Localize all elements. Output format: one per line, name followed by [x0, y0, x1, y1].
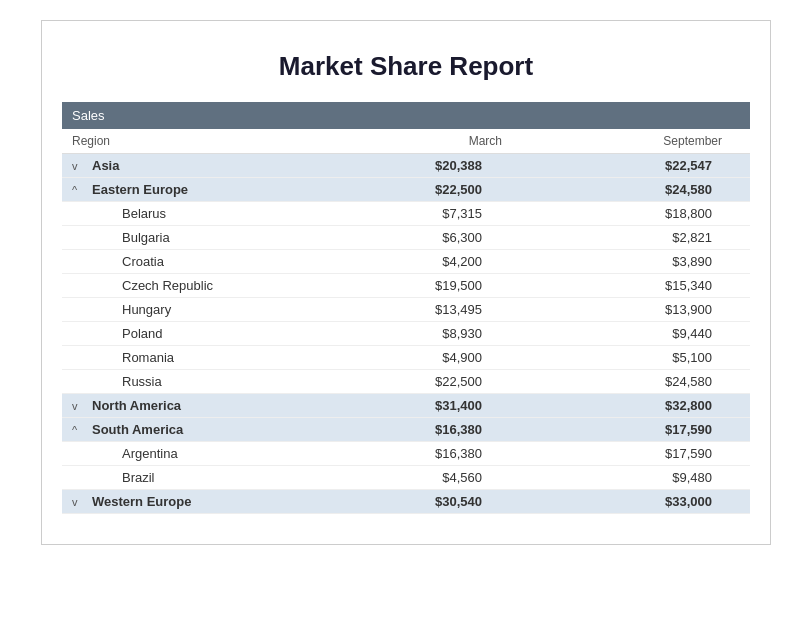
- table-row[interactable]: ^ Eastern Europe $22,500 $24,580: [62, 178, 750, 202]
- table-row: Hungary $13,495 $13,900: [62, 298, 750, 322]
- region-cell: Argentina: [92, 446, 312, 461]
- september-cell: $2,821: [522, 230, 722, 245]
- september-cell: $5,100: [522, 350, 722, 365]
- table-row: Poland $8,930 $9,440: [62, 322, 750, 346]
- september-cell: $17,590: [522, 422, 722, 437]
- march-cell: $8,930: [312, 326, 522, 341]
- table-container: Sales Region March September v Asia $20,…: [62, 102, 750, 514]
- table-row: Bulgaria $6,300 $2,821: [62, 226, 750, 250]
- march-cell: $4,200: [312, 254, 522, 269]
- table-row: Brazil $4,560 $9,480: [62, 466, 750, 490]
- march-cell: $13,495: [312, 302, 522, 317]
- data-table: v Asia $20,388 $22,547 ^ Eastern Europe …: [62, 154, 750, 514]
- september-cell: $13,900: [522, 302, 722, 317]
- table-row: Russia $22,500 $24,580: [62, 370, 750, 394]
- march-cell: $22,500: [312, 374, 522, 389]
- toggle-icon[interactable]: v: [72, 496, 92, 508]
- report-wrapper: Market Share Report Sales Region March S…: [41, 20, 771, 545]
- column-headers: Region March September: [62, 129, 750, 154]
- table-row: Belarus $7,315 $18,800: [62, 202, 750, 226]
- table-row[interactable]: ^ South America $16,380 $17,590: [62, 418, 750, 442]
- september-cell: $9,440: [522, 326, 722, 341]
- september-cell: $18,800: [522, 206, 722, 221]
- region-cell: South America: [92, 422, 312, 437]
- september-cell: $9,480: [522, 470, 722, 485]
- report-title: Market Share Report: [62, 51, 750, 82]
- toggle-icon[interactable]: ^: [72, 184, 92, 196]
- col-header-region: Region: [72, 134, 312, 148]
- september-cell: $24,580: [522, 182, 722, 197]
- march-cell: $22,500: [312, 182, 522, 197]
- march-cell: $16,380: [312, 422, 522, 437]
- table-row[interactable]: v North America $31,400 $32,800: [62, 394, 750, 418]
- march-cell: $16,380: [312, 446, 522, 461]
- region-cell: Romania: [92, 350, 312, 365]
- region-cell: Bulgaria: [92, 230, 312, 245]
- table-row[interactable]: v Western Europe $30,540 $33,000: [62, 490, 750, 514]
- march-cell: $4,560: [312, 470, 522, 485]
- table-row: Argentina $16,380 $17,590: [62, 442, 750, 466]
- col-header-march: March: [312, 134, 522, 148]
- september-cell: $17,590: [522, 446, 722, 461]
- march-cell: $19,500: [312, 278, 522, 293]
- region-cell: Poland: [92, 326, 312, 341]
- region-cell: Belarus: [92, 206, 312, 221]
- region-cell: Hungary: [92, 302, 312, 317]
- september-cell: $32,800: [522, 398, 722, 413]
- region-cell: Croatia: [92, 254, 312, 269]
- region-cell: Eastern Europe: [92, 182, 312, 197]
- september-cell: $22,547: [522, 158, 722, 173]
- region-cell: Czech Republic: [92, 278, 312, 293]
- table-row: Croatia $4,200 $3,890: [62, 250, 750, 274]
- march-cell: $31,400: [312, 398, 522, 413]
- march-cell: $4,900: [312, 350, 522, 365]
- september-cell: $33,000: [522, 494, 722, 509]
- col-header-september: September: [522, 134, 732, 148]
- region-cell: Russia: [92, 374, 312, 389]
- march-cell: $20,388: [312, 158, 522, 173]
- region-cell: Asia: [92, 158, 312, 173]
- table-row: Czech Republic $19,500 $15,340: [62, 274, 750, 298]
- september-cell: $3,890: [522, 254, 722, 269]
- toggle-icon[interactable]: v: [72, 400, 92, 412]
- toggle-icon[interactable]: v: [72, 160, 92, 172]
- september-cell: $24,580: [522, 374, 722, 389]
- toggle-icon[interactable]: ^: [72, 424, 92, 436]
- march-cell: $30,540: [312, 494, 522, 509]
- region-cell: Western Europe: [92, 494, 312, 509]
- sales-header: Sales: [62, 102, 750, 129]
- table-row: Romania $4,900 $5,100: [62, 346, 750, 370]
- region-cell: North America: [92, 398, 312, 413]
- march-cell: $6,300: [312, 230, 522, 245]
- region-cell: Brazil: [92, 470, 312, 485]
- september-cell: $15,340: [522, 278, 722, 293]
- table-row[interactable]: v Asia $20,388 $22,547: [62, 154, 750, 178]
- march-cell: $7,315: [312, 206, 522, 221]
